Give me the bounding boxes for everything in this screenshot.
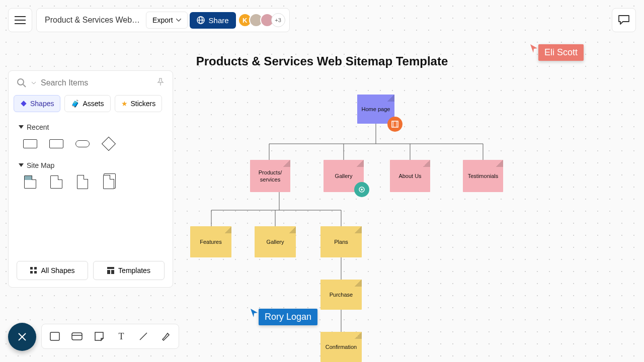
node-testimonials[interactable]: Testimonials	[463, 160, 503, 192]
node-products[interactable]: Products/ services	[250, 160, 290, 192]
shapes-panel: Shapes 🧳 Assets ★ Stickers Recent Site M…	[8, 70, 173, 288]
tool-line[interactable]	[135, 328, 151, 344]
section-sitemap[interactable]: Site Map	[9, 155, 173, 173]
tool-text[interactable]: T	[113, 328, 129, 344]
layout-icon	[107, 267, 114, 274]
tool-card[interactable]	[69, 328, 85, 344]
svg-text:T: T	[119, 332, 124, 341]
cursor-eli: Eli Scott	[530, 44, 584, 61]
shape-page[interactable]	[49, 176, 64, 188]
tab-shapes[interactable]: Shapes	[14, 95, 60, 112]
tab-assets[interactable]: 🧳 Assets	[64, 95, 110, 112]
badge-settings[interactable]	[354, 182, 369, 197]
svg-line-7	[23, 84, 26, 87]
hamburger-menu[interactable]	[8, 8, 32, 32]
hamburger-icon	[15, 16, 26, 24]
diamond-icon	[20, 100, 27, 107]
svg-rect-13	[107, 267, 114, 269]
svg-rect-18	[50, 332, 59, 340]
svg-rect-12	[34, 271, 37, 274]
button-label: Templates	[118, 266, 150, 275]
shape-rectangle[interactable]	[23, 138, 38, 149]
svg-rect-10	[34, 267, 37, 269]
node-plans[interactable]: Plans	[320, 226, 362, 257]
section-label: Recent	[27, 123, 49, 131]
shape-doc-multi[interactable]	[101, 176, 116, 188]
svg-rect-8	[21, 101, 26, 106]
svg-rect-15	[111, 270, 114, 274]
cursor-rory: Rory Logan	[251, 309, 317, 325]
node-features[interactable]: Features	[190, 226, 231, 257]
tool-highlighter[interactable]	[157, 328, 174, 344]
briefcase-icon: 🧳	[71, 100, 79, 108]
node-purchase[interactable]: Purchase	[320, 280, 362, 310]
search-icon	[17, 78, 27, 88]
cursor-label: Rory Logan	[259, 309, 317, 325]
shape-rectangle-2[interactable]	[49, 138, 64, 149]
all-shapes-button[interactable]: All Shapes	[17, 261, 88, 280]
badge-media[interactable]	[387, 117, 403, 132]
button-label: All Shapes	[41, 266, 75, 275]
grid-icon	[30, 267, 37, 274]
search-input[interactable]	[41, 78, 151, 87]
chevron-down-icon	[32, 82, 36, 84]
globe-icon	[197, 16, 205, 24]
export-label: Export	[152, 16, 173, 24]
cursor-icon	[530, 44, 538, 53]
comment-icon	[618, 15, 630, 26]
svg-line-22	[140, 333, 147, 340]
share-button[interactable]: Share	[190, 12, 236, 29]
triangle-down-icon	[19, 163, 24, 167]
node-gallery-2[interactable]: Gallery	[255, 226, 296, 257]
svg-point-40	[361, 189, 363, 191]
bottom-toolbar: T	[41, 324, 179, 349]
section-recent[interactable]: Recent	[9, 117, 173, 135]
tool-sticky[interactable]	[91, 328, 107, 344]
tool-rectangle[interactable]	[47, 328, 63, 344]
avatar-more[interactable]: +3	[271, 13, 285, 27]
tab-label: Assets	[83, 100, 104, 108]
export-button[interactable]: Export	[146, 12, 187, 29]
svg-rect-11	[30, 271, 33, 274]
svg-rect-14	[107, 270, 110, 274]
node-about[interactable]: About Us	[390, 160, 430, 192]
cursor-label: Eli Scott	[538, 44, 584, 61]
svg-point-6	[18, 79, 24, 85]
shape-page-filled[interactable]	[23, 176, 38, 188]
close-icon	[18, 332, 27, 341]
tab-label: Shapes	[30, 100, 54, 108]
node-confirmation[interactable]: Confirmation	[320, 332, 362, 362]
section-label: Site Map	[27, 161, 54, 169]
chevron-down-icon	[176, 19, 181, 22]
templates-button[interactable]: Templates	[93, 261, 165, 280]
gear-icon	[358, 186, 366, 194]
share-label: Share	[209, 16, 229, 25]
svg-rect-9	[30, 267, 33, 269]
shape-diamond[interactable]	[101, 138, 116, 149]
close-fab[interactable]	[8, 323, 36, 351]
svg-rect-19	[72, 333, 82, 340]
triangle-down-icon	[19, 125, 24, 129]
shape-doc[interactable]	[75, 176, 90, 188]
shape-pill[interactable]	[75, 138, 90, 149]
svg-rect-36	[392, 121, 398, 127]
tab-label: Stickers	[131, 100, 156, 108]
pin-icon[interactable]	[156, 78, 165, 88]
comments-button[interactable]	[612, 8, 636, 32]
cursor-icon	[251, 309, 259, 318]
star-icon: ★	[121, 100, 128, 108]
collaborator-avatars[interactable]: K +3	[241, 13, 285, 27]
document-title[interactable]: Product & Services Web…	[41, 16, 144, 25]
document-bar: Product & Services Web… Export Share K +…	[36, 8, 290, 32]
film-icon	[391, 121, 398, 128]
tab-stickers[interactable]: ★ Stickers	[115, 95, 163, 112]
